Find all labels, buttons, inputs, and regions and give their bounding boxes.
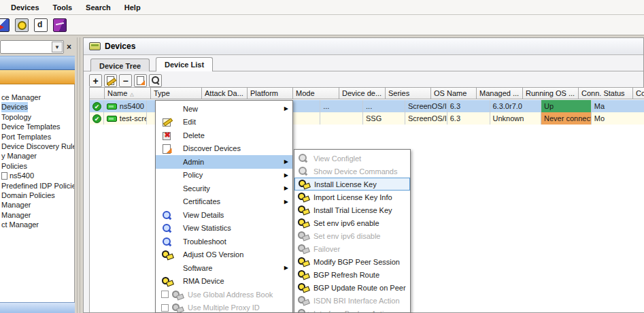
device-gear-icon[interactable] [14, 18, 29, 33]
document-icon [1, 172, 7, 180]
close-icon[interactable]: × [67, 42, 71, 52]
sort-ascending-icon: △ [130, 89, 133, 99]
edit-button[interactable] [104, 74, 117, 87]
menu-item-edit[interactable]: Edit [156, 116, 292, 129]
tree-item-manager-1[interactable]: Manager [0, 200, 74, 210]
submenu-item-view-configlet: View Configlet [294, 152, 410, 165]
menu-item-certificates[interactable]: Certificates▶ [156, 195, 292, 209]
col-running-os[interactable]: Running OS ... [523, 88, 579, 99]
col-status[interactable] [90, 88, 105, 99]
device-context-menu: New▶ Edit Delete Discover Devices Admin▶… [155, 100, 293, 313]
menu-search[interactable]: Search [79, 1, 118, 14]
keys-icon [298, 282, 308, 292]
domain-combobox[interactable]: ▼ [0, 40, 64, 54]
submenu-item-install-license-key[interactable]: Install License Key [294, 178, 410, 191]
menu-bar: Devices Tools Search Help [0, 0, 644, 15]
magnifier-icon [298, 153, 308, 163]
col-mode[interactable]: Mode [293, 88, 339, 99]
find-button[interactable] [149, 74, 162, 87]
submenu-item-show-device-commands: Show Device Commands [294, 165, 410, 178]
chevron-down-icon[interactable]: ▼ [52, 42, 63, 52]
edit-icon [107, 76, 114, 85]
submenu-item-set-env-ipv6-enable[interactable]: Set env ipv6 enable [294, 216, 410, 229]
keys-icon [298, 205, 308, 214]
accordion-header-bottom[interactable] [0, 302, 75, 313]
menu-help[interactable]: Help [118, 1, 148, 14]
tab-device-tree[interactable]: Device Tree [90, 59, 150, 71]
tree-item-devices[interactable]: Devices [0, 102, 74, 112]
edit-table-button[interactable] [134, 74, 147, 87]
tree-item-policies[interactable]: Policies [0, 161, 74, 171]
col-config-status[interactable]: Co [633, 88, 644, 99]
add-button[interactable] [89, 74, 102, 87]
menu-item-discover-devices[interactable]: Discover Devices [156, 142, 292, 156]
accordion-header-top[interactable] [0, 56, 75, 70]
col-managed[interactable]: Managed ... [477, 88, 523, 99]
menu-item-view-details[interactable]: View Details [156, 208, 292, 222]
col-os-name[interactable]: OS Name [431, 88, 477, 99]
submenu-item-import-license-key-info[interactable]: Import License Key Info [294, 191, 410, 203]
keys-icon [298, 257, 308, 266]
menu-item-delete[interactable]: Delete [156, 129, 292, 142]
menu-item-software[interactable]: Software▶ [156, 261, 292, 275]
submenu-arrow-icon: ▶ [284, 105, 288, 112]
menu-item-troubleshoot[interactable]: Troubleshoot [156, 235, 292, 248]
col-device-details[interactable]: Device de... [339, 88, 386, 99]
accordion-header-configure[interactable] [0, 70, 75, 84]
keys-icon [298, 244, 308, 253]
tree-item-object-manager[interactable]: ct Manager [0, 220, 74, 229]
submenu-item-bgp-refresh-route[interactable]: BGP Refresh Route [294, 268, 410, 281]
tree-item-domain-policies[interactable]: Domain Policies [0, 191, 74, 200]
submenu-item-modify-bgp-peer-session[interactable]: Modify BGP Peer Session [294, 255, 410, 268]
tree-item-manager-2[interactable]: Manager [0, 210, 74, 220]
keys-icon [298, 192, 308, 201]
tree-item-device-discovery-rules[interactable]: Device Discovery Rules [0, 142, 74, 151]
menu-item-security[interactable]: Security▶ [156, 182, 292, 195]
keys-icon [298, 295, 308, 305]
menu-item-admin[interactable]: Admin▶ [156, 155, 292, 169]
submenu-arrow-icon: ▶ [284, 185, 288, 191]
col-type[interactable]: Type [151, 88, 202, 99]
submenu-item-bgp-update-route-on-peer[interactable]: BGP Update Route on Peer [294, 281, 410, 294]
col-name[interactable]: Name△ [105, 88, 151, 99]
green-check-icon: ✔ [92, 114, 101, 123]
menu-item-policy[interactable]: Policy▶ [156, 169, 292, 182]
submenu-arrow-icon: ▶ [284, 159, 288, 165]
sidebar-splitter[interactable] [76, 37, 82, 313]
keys-icon [298, 269, 308, 279]
submenu-item-install-trial-license-key[interactable]: Install Trial License Key [294, 203, 410, 216]
tree-item-topology[interactable]: Topology [0, 112, 74, 122]
menu-item-use-global-address-book: Use Global Address Book [156, 288, 292, 301]
tab-device-list[interactable]: Device List [156, 57, 213, 71]
col-platform[interactable]: Platform [248, 88, 293, 99]
magnifier-icon [162, 237, 172, 246]
tree-item-policy-manager[interactable]: y Manager [0, 151, 74, 161]
col-conn-status[interactable]: Conn. Status [579, 88, 633, 99]
tree-item-device-manager[interactable]: ce Manager [0, 93, 74, 102]
menu-tools[interactable]: Tools [46, 1, 80, 14]
menu-item-use-multiple-proxy-id: Use Multiple Proxy ID [156, 301, 292, 313]
col-attack-database[interactable]: Attack Da... [202, 88, 248, 99]
tree-item-ns5400[interactable]: ns5400 [0, 171, 74, 180]
keys-icon [299, 179, 309, 188]
edit-table-icon [137, 76, 144, 85]
tree-item-predefined-idp-policies[interactable]: Predefined IDP Policies [0, 181, 74, 191]
book-icon[interactable] [52, 18, 67, 33]
menu-item-adjust-os-version[interactable]: Adjust OS Version [156, 248, 292, 262]
conn-status-badge: Never connected [541, 112, 592, 125]
menu-item-view-statistics[interactable]: View Statistics [156, 222, 292, 235]
conn-status-badge: Up [541, 100, 592, 112]
remove-button[interactable] [119, 74, 132, 87]
tree-item-port-templates[interactable]: Port Templates [0, 132, 74, 142]
tree-item-device-templates[interactable]: Device Templates [0, 122, 74, 131]
find-icon [151, 76, 160, 85]
menu-item-rma-device[interactable]: RMA Device [156, 275, 292, 289]
keys-icon [162, 276, 172, 286]
menu-devices[interactable]: Devices [4, 1, 46, 14]
keys-icon [298, 218, 308, 227]
device-import-icon[interactable] [0, 18, 10, 33]
panel-header: Devices [84, 38, 643, 55]
menu-item-new[interactable]: New▶ [156, 102, 292, 116]
col-series[interactable]: Series [386, 88, 431, 99]
document-edit-icon[interactable] [33, 18, 48, 33]
